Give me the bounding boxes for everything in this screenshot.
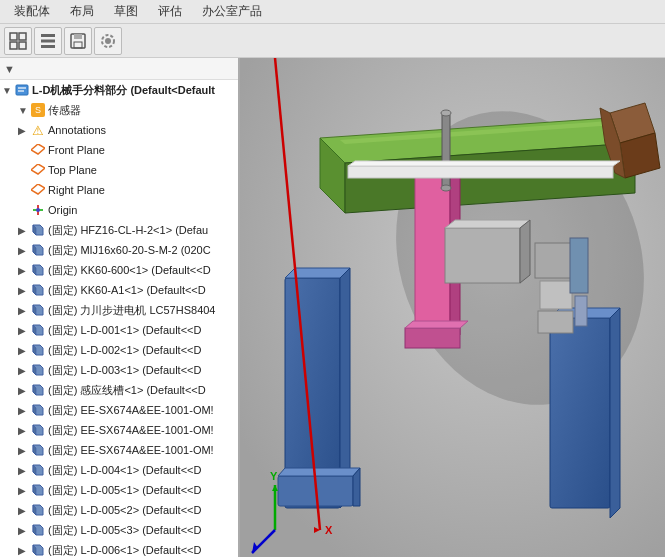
- menu-bar: 装配体 布局 草图 评估 办公室产品: [0, 0, 665, 24]
- svg-marker-16: [31, 164, 45, 174]
- svg-marker-17: [31, 184, 45, 194]
- tree-item-top-plane[interactable]: Top Plane: [0, 160, 238, 180]
- svg-rect-89: [570, 238, 588, 293]
- expand-icon: ▶: [18, 365, 30, 376]
- svg-rect-5: [41, 39, 55, 42]
- tree-item-right-plane[interactable]: Right Plane: [0, 180, 238, 200]
- tree-item-comp12[interactable]: ▶(固定) EE-SX674A&EE-1001-OM!: [0, 440, 238, 460]
- tree-item-comp1[interactable]: ▶(固定) HFZ16-CL-H-2<1> (Defau: [0, 220, 238, 240]
- menu-item-sketch[interactable]: 草图: [104, 0, 148, 23]
- tree-item-label: (固定) EE-SX674A&EE-1001-OM!: [48, 423, 214, 438]
- svg-rect-82: [540, 281, 572, 309]
- component-icon: [30, 382, 46, 398]
- expand-icon: ▶: [18, 265, 30, 276]
- tree-item-label: (固定) 力川步进电机 LC57HS8404: [48, 303, 216, 318]
- expand-icon: ▶: [18, 225, 30, 236]
- menu-item-assembly[interactable]: 装配体: [4, 0, 60, 23]
- tree-item-label: (固定) 感应线槽<1> (Default<<D: [48, 383, 206, 398]
- tree-item-comp17[interactable]: ▶(固定) L-D-006<1> (Default<<D: [0, 540, 238, 557]
- component-icon: [30, 282, 46, 298]
- svg-rect-6: [41, 45, 55, 48]
- svg-rect-2: [10, 42, 17, 49]
- tree-item-comp3[interactable]: ▶(固定) KK60-600<1> (Default<<D: [0, 260, 238, 280]
- tree-items-container: ▼S传感器▶⚠AnnotationsFront PlaneTop PlaneRi…: [0, 100, 238, 557]
- tree-item-label: 传感器: [48, 103, 81, 118]
- toolbar-btn-save[interactable]: [64, 27, 92, 55]
- svg-rect-4: [41, 34, 55, 37]
- svg-marker-80: [520, 220, 530, 283]
- plane-icon: [30, 142, 46, 158]
- svg-rect-3: [19, 42, 26, 49]
- tree-item-sensor[interactable]: ▼S传感器: [0, 100, 238, 120]
- expand-icon: ▶: [18, 405, 30, 416]
- svg-rect-81: [535, 243, 575, 278]
- expand-icon: ▶: [18, 385, 30, 396]
- component-icon: [30, 482, 46, 498]
- tree-area[interactable]: ▼ L-D机械手分料部分 (Default<Default ▼S传感器▶⚠Ann…: [0, 80, 238, 557]
- tree-item-comp7[interactable]: ▶(固定) L-D-002<1> (Default<<D: [0, 340, 238, 360]
- tree-item-label: (固定) EE-SX674A&EE-1001-OM!: [48, 443, 214, 458]
- component-icon: [30, 462, 46, 478]
- toolbar-btn-settings[interactable]: [94, 27, 122, 55]
- main-area: ▼ ▼ L-D机械手分料部分 (Default<Default ▼S传感器▶⚠A…: [0, 58, 665, 557]
- component-icon: [30, 522, 46, 538]
- expand-icon: ▶: [18, 485, 30, 496]
- expand-icon: ▶: [18, 465, 30, 476]
- origin-icon: [30, 202, 46, 218]
- root-label: L-D机械手分料部分 (Default<Default: [32, 83, 215, 98]
- tree-item-comp2[interactable]: ▶(固定) MIJ16x60-20-S-M-2 (020C: [0, 240, 238, 260]
- expand-icon: ▶: [18, 325, 30, 336]
- filter-bar: ▼: [0, 58, 238, 80]
- tree-item-comp4[interactable]: ▶(固定) KK60-A1<1> (Default<<D: [0, 280, 238, 300]
- tree-item-label: (固定) L-D-004<1> (Default<<D: [48, 463, 201, 478]
- menu-item-layout[interactable]: 布局: [60, 0, 104, 23]
- toolbar-btn-list[interactable]: [34, 27, 62, 55]
- tree-item-comp6[interactable]: ▶(固定) L-D-001<1> (Default<<D: [0, 320, 238, 340]
- tree-item-comp9[interactable]: ▶(固定) 感应线槽<1> (Default<<D: [0, 380, 238, 400]
- tree-item-comp11[interactable]: ▶(固定) EE-SX674A&EE-1001-OM!: [0, 420, 238, 440]
- tree-item-origin[interactable]: Origin: [0, 200, 238, 220]
- tree-item-annotations[interactable]: ▶⚠Annotations: [0, 120, 238, 140]
- expand-icon-root: ▼: [2, 85, 14, 96]
- component-icon: [30, 222, 46, 238]
- svg-marker-72: [610, 308, 620, 518]
- svg-rect-70: [550, 318, 610, 508]
- svg-rect-13: [18, 87, 26, 89]
- tree-item-comp15[interactable]: ▶(固定) L-D-005<2> (Default<<D: [0, 500, 238, 520]
- svg-point-20: [36, 208, 40, 212]
- svg-text:Y: Y: [270, 470, 278, 482]
- tree-item-label: Right Plane: [48, 184, 105, 196]
- root-icon: [14, 82, 30, 98]
- svg-marker-15: [31, 144, 45, 154]
- expand-icon: ▶: [18, 525, 30, 536]
- toolbar-btn-grid[interactable]: [4, 27, 32, 55]
- svg-rect-1: [19, 33, 26, 40]
- tree-item-label: Annotations: [48, 124, 106, 136]
- menu-item-evaluate[interactable]: 评估: [148, 0, 192, 23]
- tree-item-label: (固定) L-D-005<3> (Default<<D: [48, 523, 201, 538]
- expand-icon: ▶: [18, 425, 30, 436]
- viewport-3d[interactable]: X Y Z: [240, 58, 665, 557]
- expand-icon: ▶: [18, 545, 30, 556]
- svg-point-86: [441, 185, 451, 191]
- expand-icon: ▶: [18, 305, 30, 316]
- tree-item-label: (固定) L-D-001<1> (Default<<D: [48, 323, 201, 338]
- tree-item-comp16[interactable]: ▶(固定) L-D-005<3> (Default<<D: [0, 520, 238, 540]
- component-icon: [30, 502, 46, 518]
- component-icon: [30, 342, 46, 358]
- menu-item-office[interactable]: 办公室产品: [192, 0, 272, 23]
- tree-item-comp8[interactable]: ▶(固定) L-D-003<1> (Default<<D: [0, 360, 238, 380]
- tree-item-comp5[interactable]: ▶(固定) 力川步进电机 LC57HS8404: [0, 300, 238, 320]
- tree-item-label: (固定) KK60-600<1> (Default<<D: [48, 263, 211, 278]
- tree-item-comp10[interactable]: ▶(固定) EE-SX674A&EE-1001-OM!: [0, 400, 238, 420]
- tree-item-label: (固定) HFZ16-CL-H-2<1> (Defau: [48, 223, 208, 238]
- tree-root[interactable]: ▼ L-D机械手分料部分 (Default<Default: [0, 80, 238, 100]
- tree-item-label: (固定) L-D-003<1> (Default<<D: [48, 363, 201, 378]
- expand-icon: ▶: [18, 245, 30, 256]
- svg-rect-90: [575, 296, 587, 326]
- tree-item-comp13[interactable]: ▶(固定) L-D-004<1> (Default<<D: [0, 460, 238, 480]
- svg-marker-77: [405, 321, 468, 328]
- tree-item-comp14[interactable]: ▶(固定) L-D-005<1> (Default<<D: [0, 480, 238, 500]
- tree-item-front-plane[interactable]: Front Plane: [0, 140, 238, 160]
- svg-point-10: [105, 38, 111, 44]
